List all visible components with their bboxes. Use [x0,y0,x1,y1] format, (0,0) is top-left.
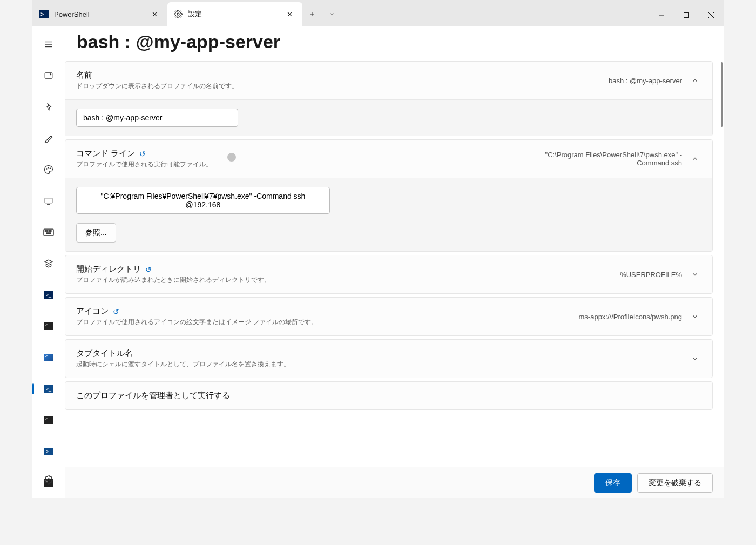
svg-point-11 [48,167,49,169]
title-bar: >_ PowerShell ✕ 設定 ✕ ＋ [32,0,724,26]
chevron-up-icon [688,77,701,84]
svg-rect-8 [45,73,52,79]
sidebar-settings-gear[interactable] [44,472,53,487]
setting-summary: "C:\Program Files\PowerShell\7\pwsh.exe"… [531,151,682,167]
name-input[interactable] [76,109,238,127]
setting-header-cmdline[interactable]: コマンド ライン ↺ プロファイルで使用される実行可能ファイル。 "C:\Pro… [65,140,712,178]
sidebar-item-colorschemes[interactable] [32,162,65,177]
sidebar-profile-cloudshell[interactable] [32,350,65,365]
tab-label: PowerShell [54,10,143,18]
setting-description: プロファイルで使用されるアイコンの絵文字またはイメージ ファイルの場所です。 [76,318,572,327]
browse-button[interactable]: 参照... [76,223,116,243]
window-controls [649,4,724,26]
svg-rect-17 [47,231,48,232]
setting-header-tabtitle[interactable]: タブタイトル名 起動時にシェルに渡すタイトルとして、プロファイル名を置き換えます… [65,340,712,378]
setting-summary: bash : @my-app-server [609,77,682,85]
setting-header-startdir[interactable]: 開始ディレクトリ ↺ プロファイルが読み込まれたときに開始されるディレクトリです… [65,255,712,293]
svg-point-12 [50,168,51,169]
chevron-up-icon [688,155,701,163]
footer: 保存 変更を破棄する [65,467,724,498]
sidebar-profile-bash-myapp[interactable]: >_ [32,381,65,396]
setting-title: このプロファイルを管理者として実行する [76,391,701,401]
page-title: bash : @my-app-server [65,26,724,61]
gear-icon [174,10,183,18]
setting-title: 名前 [76,70,602,80]
setting-title-text: アイコン [76,306,109,317]
setting-title: コマンド ライン ↺ [76,149,524,159]
sidebar-profile-other2[interactable]: >_ [32,444,65,459]
svg-rect-20 [46,233,51,234]
svg-point-0 [177,13,179,15]
powershell-icon: >_ [39,10,49,18]
tab-dropdown-button[interactable] [322,4,342,24]
discard-button[interactable]: 変更を破棄する [637,473,713,493]
new-tab-button[interactable]: ＋ [302,4,322,24]
close-icon[interactable]: ✕ [148,8,161,21]
setting-summary: ms-appx:///ProfileIcons/pwsh.png [579,313,682,321]
save-button[interactable]: 保存 [594,473,632,493]
sidebar-item-appearance[interactable] [32,131,65,146]
tab-settings[interactable]: 設定 ✕ [167,2,302,26]
svg-point-21 [48,479,50,481]
sidebar: >_ >_ >_ [32,26,65,498]
setting-description: プロファイルが読み込まれたときに開始されるディレクトリです。 [76,275,613,285]
setting-header-icon[interactable]: アイコン ↺ プロファイルで使用されるアイコンの絵文字またはイメージ ファイルの… [65,298,712,335]
setting-title: タブタイトル名 [76,348,676,359]
sidebar-item-startup[interactable] [32,68,65,83]
setting-title-text: コマンド ライン [76,149,135,159]
svg-point-10 [46,169,48,170]
svg-rect-18 [49,231,50,232]
setting-summary: %USERPROFILE% [620,271,682,279]
tab-controls: ＋ [302,2,342,26]
sidebar-item-defaults[interactable] [32,256,65,271]
setting-header-runasadmin[interactable]: このプロファイルを管理者として実行する [65,382,712,409]
chevron-down-icon [688,355,701,362]
tab-label: 設定 [188,9,278,19]
cloud-shell-icon [44,354,53,361]
cmdline-input[interactable] [76,187,330,214]
close-icon[interactable]: ✕ [283,8,296,21]
sidebar-item-rendering[interactable] [32,193,65,208]
svg-rect-15 [44,229,53,236]
reset-icon[interactable]: ↺ [145,265,152,274]
terminal-icon [44,322,53,330]
powershell-icon: >_ [44,448,53,455]
setting-header-name[interactable]: 名前 ドロップダウンに表示されるプロファイルの名前です。 bash : @my-… [65,62,712,99]
maximize-button[interactable] [674,4,699,26]
indicator-dot [227,153,236,162]
tab-powershell[interactable]: >_ PowerShell ✕ [32,2,167,26]
setting-title: アイコン ↺ [76,306,572,317]
svg-rect-2 [684,13,689,18]
chevron-down-icon [688,313,701,320]
sidebar-profile-other1[interactable] [32,413,65,428]
setting-card-icon: アイコン ↺ プロファイルで使用されるアイコンの絵文字またはイメージ ファイルの… [65,297,713,336]
powershell-icon: >_ [44,291,53,299]
setting-title: 開始ディレクトリ ↺ [76,264,613,274]
reset-icon[interactable]: ↺ [139,150,146,158]
setting-description: 起動時にシェルに渡すタイトルとして、プロファイル名を置き換えます。 [76,360,676,369]
setting-card-runasadmin: このプロファイルを管理者として実行する [65,381,713,410]
settings-scroll[interactable]: 名前 ドロップダウンに表示されるプロファイルの名前です。 bash : @my-… [65,61,724,467]
powershell-icon: >_ [44,385,53,393]
hamburger-menu[interactable] [32,37,65,52]
setting-title-text: 開始ディレクトリ [76,264,141,274]
setting-card-cmdline: コマンド ライン ↺ プロファイルで使用される実行可能ファイル。 "C:\Pro… [65,139,713,252]
setting-card-startdir: 開始ディレクトリ ↺ プロファイルが読み込まれたときに開始されるディレクトリです… [65,255,713,294]
scrollbar-thumb[interactable] [721,62,723,127]
setting-card-name: 名前 ドロップダウンに表示されるプロファイルの名前です。 bash : @my-… [65,61,713,136]
chevron-down-icon [688,271,701,278]
svg-rect-16 [45,231,46,232]
terminal-icon [44,416,53,424]
setting-description: ドロップダウンに表示されるプロファイルの名前です。 [76,82,602,91]
sidebar-item-actions[interactable] [32,225,65,240]
minimize-button[interactable] [649,4,674,26]
sidebar-profile-powershell7[interactable]: >_ [32,287,65,302]
svg-rect-13 [45,198,52,203]
setting-card-tabtitle: タブタイトル名 起動時にシェルに渡すタイトルとして、プロファイル名を置き換えます… [65,339,713,378]
close-window-button[interactable] [699,4,724,26]
sidebar-item-interaction[interactable] [32,99,65,115]
sidebar-profile-cmd[interactable] [32,319,65,334]
setting-description: プロファイルで使用される実行可能ファイル。 [76,160,524,169]
svg-rect-19 [50,231,51,232]
reset-icon[interactable]: ↺ [113,307,119,316]
